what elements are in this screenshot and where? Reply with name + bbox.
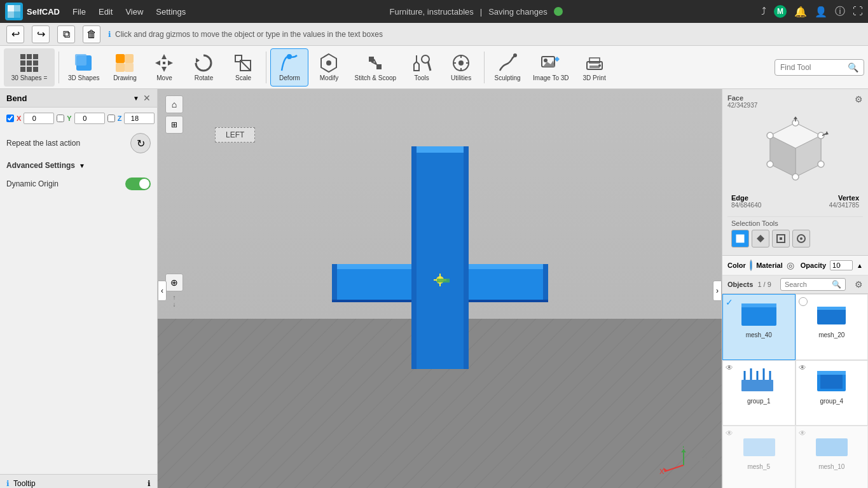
y-axis-input[interactable] bbox=[74, 113, 105, 124]
svg-point-51 bbox=[598, 64, 601, 67]
redo-button[interactable]: ↪ bbox=[32, 25, 50, 43]
svg-point-85 bbox=[767, 161, 773, 167]
panel-close-button[interactable]: ✕ bbox=[143, 93, 151, 103]
svg-rect-62 bbox=[464, 146, 469, 369]
tool-sculpting[interactable]: Sculpting bbox=[488, 48, 527, 87]
info-icon[interactable]: ⓘ bbox=[835, 5, 845, 18]
tool-move[interactable]: Move bbox=[145, 48, 183, 87]
obj-name-more-1: mesh_5 bbox=[747, 463, 770, 470]
cube-gear[interactable]: ⚙ bbox=[855, 94, 863, 109]
tool-scale[interactable]: Scale bbox=[224, 48, 262, 87]
y-axis-checkbox[interactable] bbox=[57, 115, 64, 122]
tool-stitch-scoop[interactable]: Stitch & Scoop bbox=[349, 48, 401, 87]
svg-point-95 bbox=[800, 237, 803, 240]
find-tool-box[interactable]: 🔍 bbox=[775, 59, 864, 76]
object-group-1[interactable]: 👁 group_1 bbox=[722, 360, 796, 426]
file-menu[interactable]: File bbox=[67, 4, 91, 19]
svg-point-38 bbox=[458, 60, 464, 66]
z-axis-input[interactable] bbox=[124, 113, 155, 124]
object-more-2[interactable]: 👁 mesh_10 bbox=[796, 426, 869, 488]
object-mesh-40[interactable]: ✓ mesh_40 bbox=[722, 294, 796, 360]
svg-rect-18 bbox=[125, 63, 134, 72]
obj-hidden-icon: 👁 bbox=[726, 363, 733, 372]
fullscreen-icon[interactable]: ⛶ bbox=[853, 6, 863, 17]
bell-icon[interactable]: 🔔 bbox=[794, 6, 807, 18]
dynamic-origin-toggle[interactable] bbox=[125, 178, 151, 190]
app-logo[interactable]: SelfCAD bbox=[5, 3, 60, 20]
objects-search-input[interactable] bbox=[785, 281, 829, 288]
objects-settings-icon[interactable]: ⚙ bbox=[855, 279, 863, 289]
cube-3d-view[interactable] bbox=[727, 116, 863, 186]
objects-search-box[interactable]: 🔍 bbox=[780, 278, 846, 291]
material-icon[interactable]: ◎ bbox=[787, 260, 794, 270]
svg-marker-87 bbox=[794, 116, 797, 119]
obj-thumb-more-1 bbox=[736, 430, 781, 462]
scene-background: LEFT Z X Y bbox=[158, 89, 722, 488]
panel-dropdown-arrow[interactable]: ▼ bbox=[133, 95, 139, 102]
face-label: Face bbox=[727, 94, 757, 102]
svg-rect-6 bbox=[33, 54, 38, 59]
tool-modify[interactable]: Modify bbox=[310, 48, 348, 87]
object-group-4[interactable]: 👁 group_4 bbox=[796, 360, 869, 426]
3d-model bbox=[313, 140, 567, 369]
object-more-1[interactable]: 👁 mesh_5 bbox=[722, 426, 796, 488]
material-label: Material bbox=[756, 261, 783, 269]
color-swatch[interactable] bbox=[750, 260, 752, 271]
undo-button[interactable]: ↩ bbox=[6, 25, 24, 43]
sel-tool-edge[interactable] bbox=[752, 230, 769, 247]
tool-deform[interactable]: Deform bbox=[270, 48, 308, 87]
copy-button[interactable]: ⧉ bbox=[57, 25, 75, 43]
sel-tool-face[interactable] bbox=[731, 230, 749, 247]
canvas-area[interactable]: LEFT Z X Y ⌂ ⊞ bbox=[158, 89, 722, 488]
tooltip-right-icon[interactable]: ℹ bbox=[148, 479, 151, 488]
hint-icon: ℹ bbox=[108, 30, 111, 39]
view-menu[interactable]: View bbox=[120, 4, 148, 19]
medium-icon[interactable]: M bbox=[774, 5, 787, 18]
obj-check-icon: ✓ bbox=[726, 297, 733, 307]
menubar: SelfCAD File Edit View Settings Furnitur… bbox=[0, 0, 868, 23]
saving-indicator bbox=[554, 7, 563, 16]
obj-thumb-group-1 bbox=[736, 365, 781, 396]
z-axis-label: Z bbox=[118, 115, 122, 122]
x-axis-checkbox[interactable] bbox=[6, 115, 14, 122]
delete-button[interactable]: 🗑 bbox=[83, 25, 100, 43]
sel-tool-object[interactable] bbox=[792, 230, 810, 247]
shapes-count-badge[interactable]: 30 Shapes = bbox=[4, 48, 55, 87]
hint-bar: ℹ Click and drag gizmos to move the obje… bbox=[108, 30, 862, 39]
z-axis-checkbox[interactable] bbox=[107, 115, 115, 122]
advanced-settings-row[interactable]: Advanced Settings ▼ bbox=[0, 157, 157, 174]
advanced-arrow-icon: ▼ bbox=[79, 162, 85, 169]
right-collapse-button[interactable]: › bbox=[713, 281, 722, 301]
obj-name-mesh-20: mesh_20 bbox=[818, 331, 844, 338]
share-icon[interactable]: ⤴ bbox=[761, 6, 766, 17]
home-nav-button[interactable]: ⌂ bbox=[165, 95, 183, 113]
sel-tool-vertex[interactable] bbox=[772, 230, 790, 247]
topbar-right-icons: ⤴ M 🔔 👤 ⓘ ⛶ bbox=[761, 5, 863, 18]
opacity-spinner-up[interactable]: ▲ bbox=[857, 262, 863, 269]
advanced-label: Advanced Settings bbox=[6, 161, 75, 170]
tool-rotate[interactable]: Rotate bbox=[184, 48, 223, 87]
tool-drawing[interactable]: Drawing bbox=[106, 48, 144, 87]
tools-label: Tools bbox=[414, 74, 429, 81]
svg-marker-73 bbox=[699, 456, 703, 462]
tool-tools[interactable]: Tools bbox=[403, 48, 441, 87]
tool-image-to-3d[interactable]: Image To 3D bbox=[528, 48, 574, 87]
x-axis-label: X bbox=[17, 115, 21, 122]
x-axis-input[interactable] bbox=[24, 113, 54, 124]
tool-utilities[interactable]: Utilities bbox=[442, 48, 480, 87]
snap-button[interactable]: ⊞ bbox=[165, 116, 183, 134]
user-icon[interactable]: 👤 bbox=[815, 6, 827, 18]
find-tool-input[interactable] bbox=[780, 63, 844, 72]
compass-nav-button[interactable]: ⊕ bbox=[165, 274, 183, 291]
object-mesh-20[interactable]: mesh_20 bbox=[796, 294, 869, 360]
edit-menu[interactable]: Edit bbox=[93, 4, 118, 19]
repeat-button[interactable]: ↻ bbox=[130, 133, 151, 153]
tool-3d-print[interactable]: 3D Print bbox=[575, 48, 614, 87]
opacity-input[interactable] bbox=[830, 260, 853, 270]
svg-rect-7 bbox=[20, 60, 25, 66]
left-collapse-button[interactable]: ‹ bbox=[158, 281, 167, 301]
settings-menu[interactable]: Settings bbox=[151, 4, 191, 19]
stitch-scoop-icon bbox=[365, 53, 385, 73]
deform-label: Deform bbox=[279, 74, 300, 81]
tool-3d-shapes[interactable]: 3D Shapes bbox=[63, 48, 104, 87]
